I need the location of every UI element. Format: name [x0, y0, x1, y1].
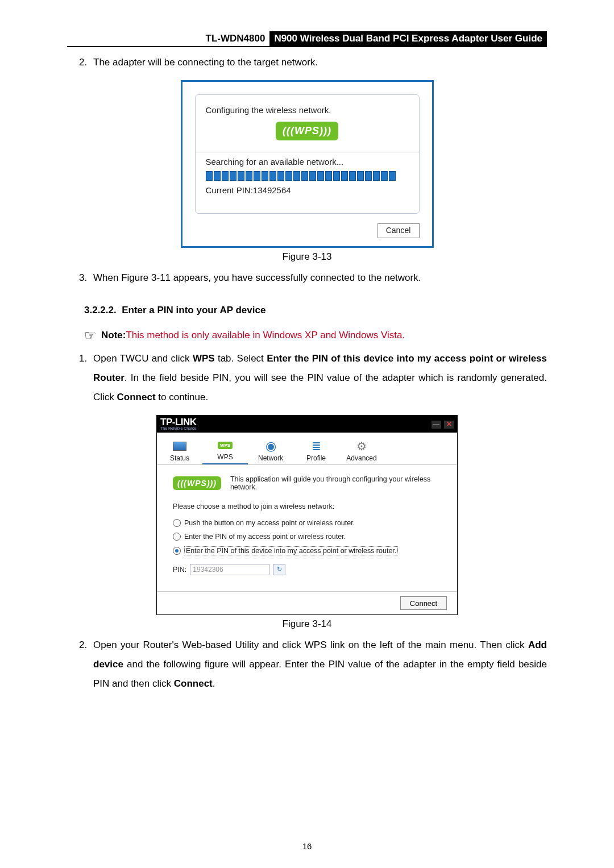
t: Connect — [117, 392, 156, 402]
figure-3-14: TP-LINK The Reliable Choice — ✕ Status W… — [67, 415, 547, 615]
figure-3-13-caption: Figure 3-13 — [67, 251, 547, 263]
tab-wps[interactable]: WPS WPS — [202, 433, 248, 464]
steps-list-a: The adapter will be connecting to the ta… — [67, 53, 547, 72]
radio-label: Enter the PIN of my access point or wire… — [184, 533, 346, 541]
advanced-icon: ⚙ — [355, 440, 368, 452]
header-title: N900 Wireless Dual Band PCI Express Adap… — [269, 31, 547, 46]
radio-icon — [173, 533, 181, 541]
step-3-text: When Figure 3-11 appears, you have succe… — [93, 272, 421, 283]
radio-label: Push the button on my access point or wi… — [184, 519, 355, 527]
tab-wps-label: WPS — [217, 453, 233, 461]
t: Connect — [174, 678, 213, 689]
steps-list-c: Open your Router's Web-based Utility and… — [67, 636, 547, 693]
figure-3-14-caption: Figure 3-14 — [67, 618, 547, 630]
radio-label-selected: Enter the PIN of this device into my acc… — [184, 546, 398, 555]
t: tab. Select — [215, 353, 267, 364]
radio-icon — [173, 519, 181, 527]
section-number: 3.2.2.2. — [84, 305, 117, 315]
wps-configuring-dialog: Configuring the wireless network. (((WPS… — [181, 80, 434, 248]
dialog-line-searching: Searching for an available network... — [206, 157, 409, 167]
window-buttons: — ✕ — [430, 420, 454, 429]
step-3: When Figure 3-11 appears, you have succe… — [90, 268, 547, 288]
t: and the following figure will appear. En… — [93, 659, 547, 689]
step-b1: Open TWCU and click WPS tab. Select Ente… — [90, 349, 547, 407]
step-2: The adapter will be connecting to the ta… — [90, 53, 547, 72]
pin-input[interactable] — [190, 564, 269, 575]
page-number: 16 — [0, 841, 614, 851]
radio-enter-ap-pin[interactable]: Enter the PIN of my access point or wire… — [173, 533, 441, 541]
tab-profile-label: Profile — [306, 454, 326, 462]
window-body: (((WPS))) This application will guide yo… — [157, 465, 457, 591]
window-titlebar: TP-LINK The Reliable Choice — ✕ — [157, 416, 457, 433]
network-icon: ◉ — [264, 440, 277, 452]
tab-status-label: Status — [170, 454, 189, 462]
wps-badge-small: (((WPS))) — [173, 476, 221, 490]
radio-push-button[interactable]: Push the button on my access point or wi… — [173, 519, 441, 527]
t: WPS — [193, 353, 215, 364]
steps-list-a2: When Figure 3-11 appears, you have succe… — [67, 268, 547, 288]
dialog-pin-line: Current PIN:13492564 — [206, 185, 409, 195]
wps-badge: (((WPS))) — [276, 122, 338, 140]
section-title: Enter a PIN into your AP device — [122, 305, 265, 315]
doc-header: TL-WDN4800 N900 Wireless Dual Band PCI E… — [67, 31, 547, 47]
note-text: This method is only available in Windows… — [126, 330, 405, 341]
radio-icon-checked — [173, 547, 181, 555]
twcu-window: TP-LINK The Reliable Choice — ✕ Status W… — [156, 415, 458, 615]
tab-advanced-label: Advanced — [346, 454, 376, 462]
t: Open TWCU and click — [93, 353, 193, 364]
wps-tab-icon: WPS — [218, 439, 232, 451]
t: to continue. — [156, 392, 209, 402]
tp-link-logo: TP-LINK The Reliable Choice — [160, 418, 197, 430]
wps-badge-wrap: (((WPS))) — [206, 122, 409, 140]
cancel-button[interactable]: Cancel — [377, 223, 420, 238]
tab-status[interactable]: Status — [157, 433, 202, 464]
tab-profile[interactable]: ≣ Profile — [293, 433, 339, 464]
tab-network-label: Network — [258, 454, 283, 462]
pin-row: PIN: ↻ — [173, 564, 441, 575]
logo-text: TP-LINK — [160, 418, 197, 426]
step-2-text: The adapter will be connecting to the ta… — [93, 57, 318, 68]
intro-row: (((WPS))) This application will guide yo… — [173, 475, 441, 491]
window-footer: Connect — [157, 591, 457, 614]
step-c2: Open your Router's Web-based Utility and… — [90, 636, 547, 693]
intro-text: This application will guide you through … — [230, 475, 441, 491]
t: Open your Router's Web-based Utility and… — [93, 639, 528, 650]
choose-method-label: Please choose a method to join a wireles… — [173, 502, 441, 510]
radio-enter-device-pin[interactable]: Enter the PIN of this device into my acc… — [173, 546, 441, 555]
section-heading: 3.2.2.2. Enter a PIN into your AP device — [84, 305, 547, 316]
figure-3-13: Configuring the wireless network. (((WPS… — [67, 80, 547, 248]
page: TL-WDN4800 N900 Wireless Dual Band PCI E… — [0, 0, 614, 868]
status-icon — [173, 440, 186, 452]
minimize-button[interactable]: — — [432, 421, 441, 429]
progress-bar — [206, 171, 409, 181]
dialog-line-configuring: Configuring the wireless network. — [206, 105, 409, 115]
note-label: Note: — [101, 330, 126, 341]
logo-subtext: The Reliable Choice — [160, 427, 197, 430]
pin-label: PIN: — [173, 566, 186, 574]
tab-bar: Status WPS WPS ◉ Network ≣ Profile ⚙ Adv… — [157, 433, 457, 465]
close-button[interactable]: ✕ — [444, 421, 454, 429]
note-pointer-icon: ☞ — [84, 327, 97, 343]
profile-icon: ≣ — [309, 440, 323, 452]
header-model: TL-WDN4800 — [201, 31, 270, 46]
steps-list-b: Open TWCU and click WPS tab. Select Ente… — [67, 349, 547, 407]
tab-advanced[interactable]: ⚙ Advanced — [339, 433, 384, 464]
dialog-inner: Configuring the wireless network. (((WPS… — [195, 94, 420, 214]
note-line: ☞ Note: This method is only available in… — [84, 327, 547, 343]
dialog-separator-1 — [196, 152, 419, 152]
connect-button[interactable]: Connect — [400, 596, 447, 610]
t: . — [213, 678, 215, 689]
tab-network[interactable]: ◉ Network — [248, 433, 293, 464]
pin-refresh-button[interactable]: ↻ — [273, 564, 285, 575]
